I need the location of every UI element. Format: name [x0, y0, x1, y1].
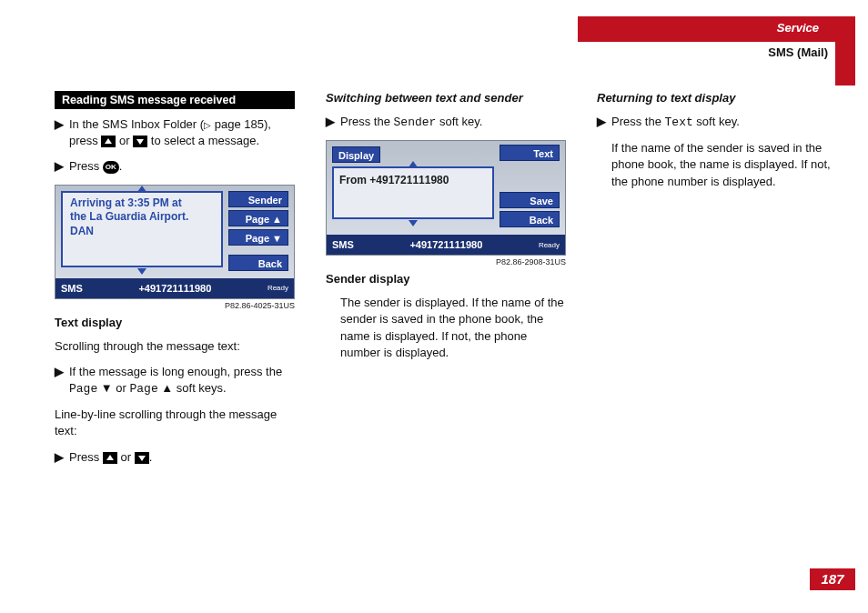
step-1-text: In the SMS Inbox Folder (▷ page 185), pr… [69, 116, 295, 149]
column-1: Reading SMS message received ▶ In the SM… [55, 91, 295, 475]
section-heading-bar: Reading SMS message received [55, 91, 295, 109]
heading-returning: Returning to text display [597, 91, 837, 105]
step-4-text: Press or . [69, 449, 295, 466]
column-2: Switching between text and sender ▶ Pres… [326, 91, 566, 475]
para-sender: The sender is displayed. If the name of … [340, 295, 566, 361]
msg-line: Arriving at 3:35 PM at [70, 196, 214, 211]
up-button-icon [103, 452, 117, 464]
from-line: From +491721111980 [339, 174, 449, 186]
heading-text-display: Text display [55, 316, 295, 329]
msg-line: DAN [70, 225, 214, 239]
step-3: ▶ If the message is long enough, press t… [55, 364, 295, 397]
t: Press [69, 450, 103, 464]
header-service: Service [777, 21, 819, 35]
para-line-scroll: Line-by-line scrolling through the messa… [55, 407, 295, 439]
step-3-text: If the message is long enough, press the… [69, 364, 295, 397]
scroll-down-icon [409, 220, 418, 226]
step-arrow-icon: ▶ [55, 364, 64, 397]
key-label: Sender [394, 116, 437, 129]
figure-text-display: Arriving at 3:35 PM at the La Guardia Ai… [55, 185, 295, 310]
figure-id: P82.86-4025-31US [55, 301, 295, 310]
softkey-sender: Sender [228, 191, 288, 207]
ok-button-icon: OK [103, 161, 119, 174]
heading-sender-display: Sender display [326, 272, 566, 286]
comand-screen: Display From +491721111980 Text Save Bac… [326, 140, 566, 256]
header-red-side [835, 16, 855, 85]
t: or [116, 381, 129, 395]
step-1: ▶ In the SMS Inbox Folder (▷ page 185), … [55, 116, 295, 149]
t: Press [69, 159, 103, 173]
c2-step-1: ▶ Press the Sender soft key. [326, 114, 566, 131]
softkey-column: Text Save Back [500, 166, 560, 227]
c2-step-1-text: Press the Sender soft key. [340, 114, 566, 131]
status-right: Ready [267, 284, 288, 292]
status-bar: SMS +491721111980 Ready [56, 278, 294, 298]
spacer [228, 248, 288, 252]
heading-switching: Switching between text and sender [326, 91, 566, 105]
softkey-column: Sender Page ▲ Page ▼ Back [228, 191, 288, 271]
step-arrow-icon: ▶ [597, 114, 606, 131]
key-label: Page [69, 382, 97, 396]
t: to select a message. [147, 134, 259, 147]
status-right: Ready [539, 241, 560, 249]
msg-line: the La Guardia Airport. [70, 210, 214, 225]
status-center: +491721111980 [354, 239, 539, 250]
header-red-bar: Service [578, 16, 855, 42]
sender-box: From +491721111980 [332, 166, 494, 219]
step-2-text: Press OK. [69, 158, 295, 175]
key-label: Text [665, 116, 693, 129]
t: . [149, 450, 153, 464]
status-left: SMS [61, 283, 83, 294]
column-3: Returning to text display ▶ Press the Te… [597, 91, 837, 475]
status-left: SMS [332, 239, 354, 250]
scroll-up-icon [409, 161, 418, 167]
para-returning: If the name of the sender is saved in th… [611, 140, 837, 190]
down-button-icon [135, 452, 149, 464]
ref-triangle-icon: ▷ [204, 120, 211, 130]
c3-step-1: ▶ Press the Text soft key. [597, 114, 837, 131]
figure-sender-display: Display From +491721111980 Text Save Bac… [326, 140, 566, 266]
t: . [119, 159, 123, 173]
step-2: ▶ Press OK. [55, 158, 295, 175]
t: In the SMS Inbox Folder ( [69, 117, 204, 131]
spacer [500, 186, 560, 189]
message-box: Arriving at 3:35 PM at the La Guardia Ai… [61, 191, 223, 267]
softkey-save: Save [500, 192, 560, 208]
softkey-display: Display [332, 146, 380, 163]
t: If the message is long enough, press the [69, 365, 282, 378]
up-triangle-icon: ▲ [158, 381, 177, 395]
header-section: SMS (Mail) [768, 45, 828, 59]
t: soft keys. [177, 381, 227, 395]
page-ref: page 185 [215, 117, 264, 131]
softkey-back: Back [228, 255, 288, 271]
step-arrow-icon: ▶ [326, 114, 335, 131]
softkey-page-down: Page ▼ [228, 229, 288, 246]
status-bar: SMS +491721111980 Ready [327, 235, 565, 255]
step-4: ▶ Press or . [55, 449, 295, 466]
comand-screen: Arriving at 3:35 PM at the La Guardia Ai… [55, 185, 295, 299]
down-triangle-icon: ▼ [97, 381, 116, 395]
figure-id: P82.86-2908-31US [326, 257, 566, 266]
status-center: +491721111980 [83, 283, 267, 294]
scroll-down-icon [137, 268, 146, 275]
content-columns: Reading SMS message received ▶ In the SM… [55, 91, 837, 475]
scroll-up-icon [137, 186, 146, 192]
page-number: 187 [810, 568, 855, 590]
softkey-back: Back [500, 211, 560, 227]
t: or [117, 450, 135, 464]
para-scroll: Scrolling through the message text: [55, 338, 295, 355]
step-arrow-icon: ▶ [55, 116, 64, 149]
t: soft key. [693, 115, 740, 128]
t: Press the [340, 115, 394, 128]
down-button-icon [133, 136, 147, 147]
t: soft key. [436, 115, 482, 128]
up-button-icon [101, 136, 116, 147]
softkey-text: Text [500, 145, 560, 161]
t: or [116, 134, 133, 147]
step-arrow-icon: ▶ [55, 449, 64, 466]
key-label: Page [129, 382, 157, 396]
t: Press the [611, 115, 665, 128]
softkey-page-up: Page ▲ [228, 210, 288, 226]
c3-step-1-text: Press the Text soft key. [611, 114, 837, 131]
step-arrow-icon: ▶ [55, 158, 64, 175]
